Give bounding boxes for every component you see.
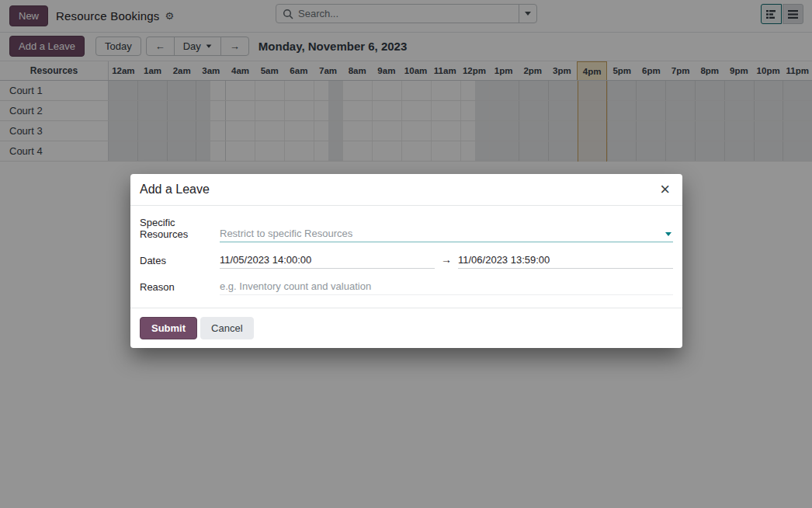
date-from-input[interactable] [220,252,435,268]
reason-wrap [220,279,673,295]
reason-label: Reason [140,281,220,295]
dialog-footer: Submit Cancel [130,308,682,348]
dialog-title: Add a Leave [140,183,210,197]
specific-resources-row: Specific Resources [140,217,673,242]
submit-button[interactable]: Submit [140,317,197,339]
reason-input[interactable] [220,279,673,294]
close-icon[interactable]: × [658,183,671,196]
dialog-header: Add a Leave × [130,174,682,206]
specific-resources-label: Specific Resources [140,217,220,242]
app-window: New Resource Bookings ⚙ [0,0,812,508]
dates-label: Dates [140,255,220,269]
dialog-body: Specific Resources Dates → [130,206,682,308]
specific-resources-select[interactable] [220,226,673,242]
specific-resources-input[interactable] [220,226,673,242]
arrow-right-icon: → [441,253,452,269]
date-to-input[interactable] [458,252,673,268]
date-from-wrap [220,252,435,269]
cancel-button[interactable]: Cancel [200,317,253,339]
chevron-down-icon [665,232,671,236]
dates-row: Dates → [140,252,673,269]
add-leave-dialog: Add a Leave × Specific Resources Dates [130,174,682,348]
reason-row: Reason [140,279,673,295]
date-to-wrap [458,252,673,269]
